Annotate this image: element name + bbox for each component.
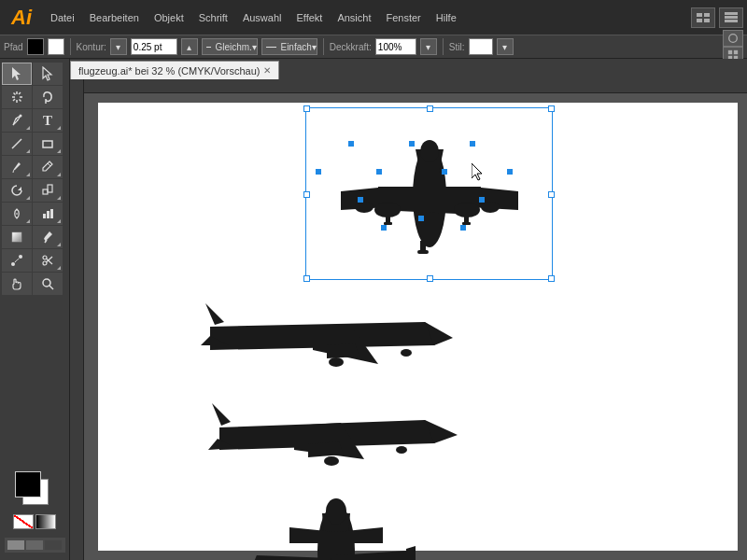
stil-arrow[interactable]: ▾ [497, 38, 514, 55]
svg-line-25 [48, 163, 50, 166]
tool-rotate[interactable] [2, 179, 32, 202]
tool-row-8 [2, 226, 67, 248]
gradient-swatch[interactable] [35, 514, 56, 529]
svg-point-61 [396, 446, 407, 454]
svg-rect-9 [734, 50, 738, 54]
deckkraft-label: Deckkraft: [330, 42, 372, 52]
menu-bearbeiten[interactable]: Bearbeiten [82, 0, 147, 35]
doc-tab[interactable]: flugzeug.ai* bei 32 % (CMYK/Vorschau) ✕ [70, 61, 279, 79]
view-btn[interactable] [723, 30, 743, 47]
tool-scissors[interactable] [33, 249, 63, 272]
svg-line-24 [13, 171, 14, 174]
stil-label: Stil: [449, 42, 465, 52]
screen-mode-btn[interactable] [5, 538, 65, 553]
tool-lasso[interactable] [33, 86, 63, 108]
stroke-type1-label: Gleichm. [215, 42, 251, 52]
tool-row-10 [2, 273, 67, 295]
svg-line-42 [49, 286, 53, 289]
stroke-type2-arrow: ▾ [312, 42, 317, 52]
stroke-type1-arrow: ▾ [252, 42, 257, 52]
svg-line-19 [13, 99, 15, 101]
tool-direct-select[interactable] [33, 63, 63, 85]
svg-rect-2 [697, 19, 702, 22]
svg-point-51 [420, 140, 439, 162]
tool-line[interactable] [2, 133, 32, 155]
menu-objekt[interactable]: Objekt [147, 0, 191, 35]
tool-brush[interactable] [2, 156, 32, 178]
tool-row-9 [2, 249, 67, 272]
tool-gradient[interactable] [2, 226, 32, 248]
tool-type[interactable]: T [33, 109, 63, 132]
foreground-color-swatch[interactable] [15, 471, 41, 497]
stroke-swatch[interactable] [48, 38, 64, 55]
tool-row-3: T [2, 109, 67, 132]
no-color-swatch[interactable] [13, 514, 34, 529]
plane2-svg [191, 289, 472, 383]
canvas-paper[interactable] [98, 103, 738, 551]
svg-rect-8 [728, 50, 732, 54]
ruler-top [70, 79, 747, 93]
svg-point-41 [43, 279, 50, 287]
tool-pen[interactable] [2, 109, 32, 132]
svg-rect-53 [417, 250, 429, 254]
arrange-icon-btn[interactable] [719, 7, 743, 28]
plane4-svg [201, 495, 472, 560]
app-logo: Ai [4, 0, 39, 35]
tab-close-btn[interactable]: ✕ [263, 65, 271, 76]
kontur-down[interactable]: ▾ [110, 38, 127, 55]
nav-icons [2, 534, 67, 556]
svg-rect-23 [43, 141, 52, 147]
tool-eyedropper[interactable] [33, 226, 63, 248]
tool-graph[interactable] [33, 203, 63, 225]
deckkraft-arrow[interactable]: ▾ [420, 38, 437, 55]
tabs-bar: flugzeug.ai* bei 32 % (CMYK/Vorschau) ✕ [70, 59, 747, 79]
svg-point-50 [481, 202, 500, 213]
tool-magic-wand[interactable] [2, 86, 32, 108]
tool-shape[interactable] [33, 133, 63, 155]
menu-hilfe[interactable]: Hilfe [429, 0, 464, 35]
menu-right-icons [691, 7, 743, 28]
svg-point-7 [729, 35, 738, 43]
stroke-type2-btn[interactable]: Einfach ▾ [261, 38, 317, 55]
tool-pencil[interactable] [33, 156, 63, 178]
svg-line-16 [14, 93, 16, 95]
tab-name: flugzeug.ai* bei 32 % (CMYK/Vorschau) [78, 65, 260, 77]
tool-row-7 [2, 203, 67, 225]
tool-blend[interactable] [2, 249, 32, 272]
svg-rect-45 [45, 540, 62, 550]
svg-rect-27 [43, 189, 48, 194]
tool-select[interactable] [2, 63, 32, 85]
workspace-icon-btn[interactable] [691, 7, 715, 28]
svg-line-22 [12, 139, 21, 148]
svg-rect-30 [43, 214, 46, 218]
kontur-input[interactable] [131, 38, 177, 55]
menu-effekt[interactable]: Effekt [289, 0, 330, 35]
menu-fenster[interactable]: Fenster [378, 0, 428, 35]
color-area [2, 468, 67, 533]
stil-swatch[interactable] [469, 38, 493, 55]
tool-row-4 [2, 133, 67, 155]
menu-auswahl[interactable]: Auswahl [235, 0, 289, 35]
tool-scale[interactable] [33, 179, 63, 202]
tool-warp[interactable] [2, 203, 32, 225]
menu-schrift[interactable]: Schrift [191, 0, 235, 35]
tool-hand[interactable] [2, 273, 32, 295]
deckkraft-input[interactable] [375, 38, 416, 55]
svg-rect-31 [47, 211, 49, 218]
menu-ansicht[interactable]: Ansicht [330, 0, 378, 35]
svg-rect-6 [725, 20, 738, 22]
plane1-svg [303, 103, 556, 289]
tools-panel: T [0, 59, 70, 560]
svg-rect-4 [725, 12, 738, 15]
svg-marker-26 [18, 187, 21, 190]
menu-datei[interactable]: Datei [43, 0, 82, 35]
tool-zoom[interactable] [33, 273, 63, 295]
kontur-up[interactable]: ▴ [181, 38, 198, 55]
svg-line-18 [19, 92, 21, 94]
tool-row-1 [2, 63, 67, 85]
stroke-type1-btn[interactable]: Gleichm. ▾ [202, 38, 258, 55]
svg-point-59 [401, 349, 412, 357]
canvas-area[interactable] [70, 79, 747, 560]
fill-swatch[interactable] [27, 38, 44, 55]
plane3-svg [201, 392, 472, 476]
